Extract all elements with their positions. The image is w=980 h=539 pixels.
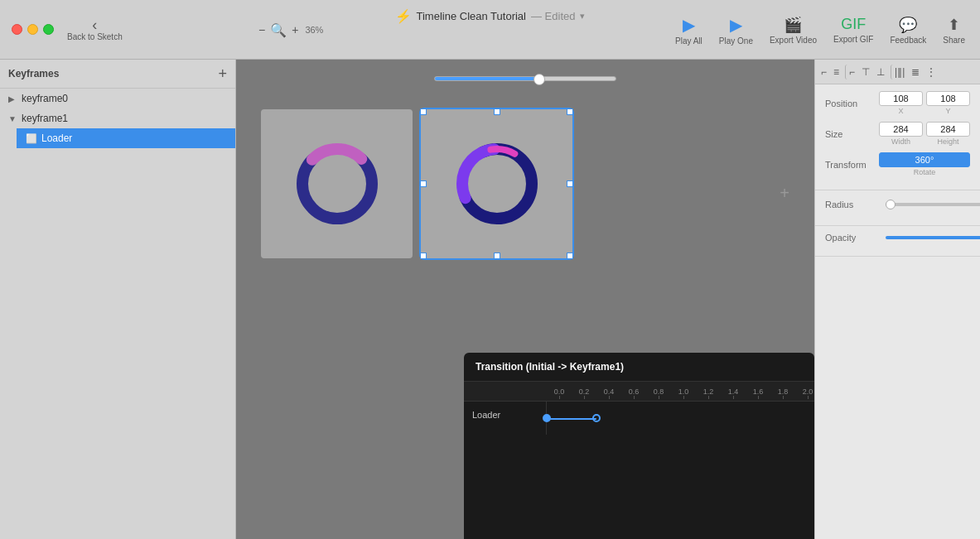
- position-y-input[interactable]: [926, 91, 970, 106]
- maximize-button[interactable]: [43, 24, 54, 35]
- ruler-mark: 2.0: [795, 387, 814, 396]
- align-center-h-icon[interactable]: ≡: [831, 65, 842, 79]
- scrubber-track[interactable]: [434, 76, 616, 81]
- keyframe1-card[interactable]: [421, 109, 572, 258]
- loader-item-icon: ⬜: [25, 133, 38, 144]
- collapse-arrow-icon: ▶: [8, 94, 18, 103]
- sidebar-title: Keyframes: [8, 68, 59, 79]
- share-button[interactable]: ⬆ Share: [936, 12, 972, 48]
- handle-mr[interactable]: [567, 180, 573, 187]
- timeline-ruler: 0.00.20.40.60.81.01.21.41.61.82.02.22.42…: [464, 382, 814, 402]
- distribute-v-icon[interactable]: ≣: [909, 65, 922, 79]
- handle-ml[interactable]: [420, 180, 427, 187]
- title-dropdown-icon[interactable]: ▾: [580, 11, 585, 22]
- play-one-button[interactable]: ▶ Play One: [712, 12, 760, 49]
- expand-arrow-icon: ▼: [8, 114, 18, 123]
- back-to-sketch-button[interactable]: ‹ Back to Sketch: [67, 17, 123, 41]
- radius-slider[interactable]: [886, 203, 980, 206]
- share-label: Share: [943, 36, 965, 45]
- rotate-label: Rotate: [914, 168, 936, 176]
- export-gif-label: Export GIF: [833, 35, 873, 44]
- play-one-label: Play One: [719, 36, 753, 46]
- add-keyframe-canvas-button[interactable]: +: [780, 184, 789, 203]
- opacity-label: Opacity: [825, 233, 879, 243]
- width-label: Width: [891, 137, 910, 146]
- ruler-mark: 0.2: [572, 387, 596, 396]
- window-title-area: ⚡ Timeline Clean Tutorial — Edited ▾: [395, 8, 586, 24]
- play-all-label: Play All: [675, 36, 702, 46]
- export-gif-button[interactable]: GIF Export GIF: [827, 12, 880, 47]
- close-button[interactable]: [12, 24, 22, 35]
- ruler-mark: 1.2: [696, 387, 721, 396]
- rotate-input[interactable]: [879, 152, 970, 167]
- title-suffix: — Edited: [531, 10, 575, 22]
- zoom-in-button[interactable]: +: [290, 23, 300, 36]
- handle-bc[interactable]: [494, 253, 500, 259]
- keyframe0-label: keyframe0: [22, 93, 68, 104]
- height-input[interactable]: [926, 122, 970, 137]
- sidebar-item-keyframe1[interactable]: ▼ keyframe1: [0, 108, 235, 128]
- ruler-mark: 1.8: [770, 387, 795, 396]
- sidebar-item-loader[interactable]: ⬜ Loader: [17, 128, 235, 148]
- position-y-group: Y: [926, 91, 970, 115]
- alignment-toolbar: ⌐ ≡ ⌐ ⊤ ⊥ |‖| ≣ ⋮: [815, 60, 980, 84]
- size-row: Size Width Height: [825, 122, 970, 146]
- feedback-button[interactable]: 💬 Feedback: [883, 12, 933, 48]
- feedback-icon: 💬: [899, 16, 917, 34]
- opacity-row: Opacity 100%: [825, 233, 970, 243]
- size-label: Size: [825, 129, 879, 139]
- canvas-area: + Transition (Initial -> Keyframe1) 0.00…: [236, 60, 814, 539]
- sidebar-item-keyframe0[interactable]: ▶ keyframe0: [0, 89, 235, 108]
- scrubber-fill: [435, 77, 543, 80]
- ruler-mark: 0.4: [596, 387, 621, 396]
- timeline-title: Transition (Initial -> Keyframe1): [476, 361, 624, 373]
- position-x-input[interactable]: [879, 91, 923, 106]
- align-top-icon[interactable]: ⌐: [845, 65, 857, 79]
- toolbar-right: ▶ Play All ▶ Play One 🎬 Export Video GIF…: [669, 0, 980, 60]
- keyframe1-label: keyframe1: [22, 113, 68, 124]
- align-bottom-icon[interactable]: ⊥: [874, 65, 887, 79]
- play-all-button[interactable]: ▶ Play All: [669, 12, 709, 49]
- timeline-keyframe-dot-end[interactable]: [592, 414, 601, 422]
- align-left-icon[interactable]: ⌐: [818, 65, 829, 79]
- handle-tc[interactable]: [494, 108, 500, 115]
- timeline-track-area: Loader: [464, 402, 814, 435]
- opacity-section: Opacity 100%: [815, 226, 980, 257]
- keyframe0-card[interactable]: [261, 109, 413, 258]
- zoom-value: 36%: [305, 25, 323, 35]
- main-layout: Keyframes + ▶ keyframe0 ▼ keyframe1 ⬜ Lo…: [0, 60, 980, 539]
- minimize-button[interactable]: [27, 24, 38, 35]
- scrubber[interactable]: [434, 76, 616, 81]
- width-input[interactable]: [879, 122, 923, 137]
- distribute-h-icon[interactable]: |‖|: [891, 65, 907, 79]
- back-chevron-icon: ‹: [92, 17, 97, 32]
- properties-panel: ⌐ ≡ ⌐ ⊤ ⊥ |‖| ≣ ⋮ Position X Y: [814, 60, 980, 539]
- timeline-track[interactable]: [547, 402, 814, 435]
- sidebar: Keyframes + ▶ keyframe0 ▼ keyframe1 ⬜ Lo…: [0, 60, 236, 539]
- size-inputs: Width Height: [879, 122, 970, 146]
- scrubber-thumb[interactable]: [533, 74, 545, 85]
- position-inputs: X Y: [879, 91, 970, 115]
- more-align-icon[interactable]: ⋮: [924, 65, 939, 79]
- timeline-panel: Transition (Initial -> Keyframe1) 0.00.2…: [464, 353, 814, 539]
- zoom-controls: − 🔍 + 36%: [257, 0, 323, 60]
- width-group: Width: [879, 122, 923, 146]
- zoom-out-button[interactable]: −: [257, 23, 267, 36]
- traffic-lights: [0, 24, 54, 35]
- rotate-group: Rotate: [879, 152, 970, 176]
- window-title: Timeline Clean Tutorial: [417, 10, 526, 22]
- feedback-label: Feedback: [890, 36, 926, 45]
- opacity-slider[interactable]: [886, 236, 980, 239]
- handle-bl[interactable]: [420, 253, 427, 259]
- add-keyframe-button[interactable]: +: [218, 66, 227, 81]
- handle-br[interactable]: [567, 253, 573, 259]
- handle-tl[interactable]: [420, 108, 427, 115]
- keyframe-cards: [261, 109, 572, 258]
- transform-label: Transform: [825, 160, 879, 170]
- loader-ring-initial: [292, 138, 383, 229]
- export-video-button[interactable]: 🎬 Export Video: [763, 12, 823, 48]
- transform-inputs: Rotate: [879, 152, 970, 176]
- handle-tr[interactable]: [567, 108, 573, 115]
- radius-section: Radius: [815, 190, 980, 226]
- align-middle-icon[interactable]: ⊤: [859, 65, 872, 79]
